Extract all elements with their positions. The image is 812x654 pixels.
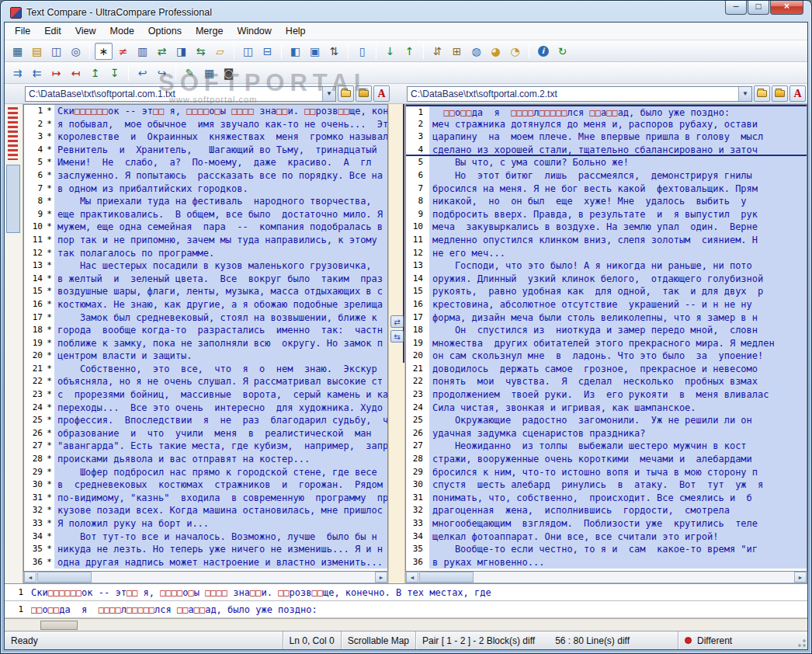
- right-pane-line[interactable]: 23продолжением твоей руки. Из его рукоят…: [406, 388, 807, 402]
- right-pane-line[interactable]: 5 Вы что, с ума сошли? Больно же!: [406, 156, 807, 169]
- right-pane-line[interactable]: 24Сила чистая, звонкая и игривая, как ша…: [406, 402, 807, 415]
- edit-mode-button[interactable]: ✎: [181, 64, 199, 82]
- resize-grip[interactable]: [794, 631, 807, 649]
- menu-window[interactable]: Window: [230, 23, 278, 39]
- right-pane-line[interactable]: 32драгоценная жена, исполнившись гордост…: [406, 504, 807, 517]
- right-pane-line[interactable]: 27 Неожиданно из толпы выбежали шестеро …: [406, 440, 807, 453]
- next-difference-button[interactable]: ↓: [381, 43, 399, 60]
- print-preview-button[interactable]: ◫: [47, 43, 65, 60]
- left-pane-line[interactable]: 16*костюмах. Не знаю, как другие, а я об…: [24, 298, 387, 311]
- left-pane-line[interactable]: 27*"авангарда". Есть такие места, где ку…: [24, 440, 387, 453]
- minimize-button[interactable]: –: [725, 1, 747, 15]
- menu-edit[interactable]: Edit: [37, 23, 68, 39]
- right-pane-line[interactable]: 17форма, дизайн меча были столь великоле…: [406, 311, 807, 325]
- left-hscroll-thumb[interactable]: [37, 572, 92, 583]
- current-line-panel-2[interactable]: 1□□о□□да я □□□□л□□□□□лся □□а□□ад, было у…: [5, 601, 807, 618]
- left-pane-line[interactable]: 5*Имени! Не слабо, а? По-моему, даже кра…: [24, 156, 387, 169]
- show-differences-button[interactable]: ◧: [286, 43, 304, 60]
- left-pane-body[interactable]: 1*Ски□□□□□□ок -- эт□□ я, □□□□о□ы □□□□ зн…: [23, 104, 388, 572]
- right-pane-line[interactable]: 35 Вообще-то если честно, то я и сам как…: [406, 543, 807, 556]
- left-pane-line[interactable]: 7*в одном из прибалтийских городков.: [24, 183, 387, 196]
- left-pane-line[interactable]: 21* Собственно, это все, что я о нем зна…: [24, 363, 387, 376]
- right-pane-body[interactable]: 1 □□о□□да я □□□□л□□□□□лся □□а□□ад, было …: [405, 104, 807, 572]
- left-pane-line[interactable]: 31*по-видимому, "казнь" входила в соврем…: [24, 492, 387, 505]
- right-pane-line[interactable]: 15рукоять, равно удобная как для одной, …: [406, 285, 807, 298]
- right-pane-line[interactable]: 1 □□о□□да я □□□□л□□□□□лся □□а□□ад, было …: [406, 105, 807, 118]
- right-pane-line[interactable]: 25 Окружающие радостно загомонили. Уж не…: [406, 414, 807, 427]
- left-pane-line[interactable]: 11*пор так и не припомню, зачем мы туда …: [24, 234, 387, 247]
- left-pane-line[interactable]: 28*происками дьявола и вас отправят на к…: [24, 453, 387, 466]
- menu-view[interactable]: View: [68, 23, 103, 39]
- menu-mode[interactable]: Mode: [103, 23, 141, 39]
- left-hscrollbar[interactable]: ◄ ►: [23, 572, 388, 583]
- left-pane-line[interactable]: 35*никуда не лезть. Но теперь уже ничего…: [24, 543, 387, 556]
- right-file-combobox[interactable]: C:\DataBase\txt\softportal.com.2.txt ▼: [407, 86, 752, 102]
- previous-difference-button[interactable]: ↑: [401, 43, 418, 60]
- right-pane-line[interactable]: 33многообещающим взглядом. Поблизости уж…: [406, 517, 807, 531]
- maximize-button[interactable]: □: [748, 1, 769, 15]
- right-pane-line[interactable]: 26удачная задумка сценаристов праздника?: [406, 427, 807, 440]
- left-hscroll-track[interactable]: [92, 572, 375, 583]
- previous-bookmark-button[interactable]: ↩: [134, 64, 151, 82]
- left-pane-line[interactable]: 33*Я положил руку на борт и...: [24, 517, 387, 531]
- right-pane-line[interactable]: 8никакой, но он был еще хуже! Мне удалос…: [406, 195, 807, 208]
- right-pane-line[interactable]: 20он сам скользнул мне в ладонь. Что это…: [406, 350, 807, 363]
- refresh-button[interactable]: ↻: [553, 43, 571, 60]
- menu-options[interactable]: Options: [141, 23, 189, 39]
- left-pane-line[interactable]: 1*Ски□□□□□□ок -- эт□□ я, □□□□о□ы □□□□ зн…: [24, 105, 387, 118]
- menu-merge[interactable]: Merge: [189, 23, 230, 39]
- left-pane-line[interactable]: 15*воздушные шары, флаги, ленты, музыка,…: [24, 285, 387, 298]
- right-hscrollbar[interactable]: ◄ ►: [405, 572, 807, 583]
- save-button[interactable]: ▦: [9, 43, 26, 60]
- merge-block-left-button[interactable]: ⇇: [28, 64, 46, 82]
- snapshot-button[interactable]: ◙: [220, 64, 238, 82]
- bottom-scroll-thumb[interactable]: [40, 621, 78, 630]
- scheduler-button[interactable]: ◔: [506, 43, 524, 60]
- left-pane-line[interactable]: 30*в средневековых костюмах стражников и…: [24, 478, 387, 492]
- right-pane-line[interactable]: 6 Но этот битюг лишь рассмеялся, демонст…: [406, 169, 807, 183]
- show-matched-button[interactable]: ▣: [306, 43, 324, 60]
- left-open-file-button[interactable]: [338, 85, 354, 102]
- left-pane-line[interactable]: 3*королевстве и Окраинных княжествах мен…: [24, 130, 387, 144]
- binary-compare-mode-button[interactable]: ≠: [114, 43, 132, 60]
- ftp-open-button[interactable]: ⇵: [429, 43, 446, 60]
- right-pane-line[interactable]: 3царапину на моем плече. Мне впервые при…: [406, 130, 807, 144]
- shift-block-down-button[interactable]: ↧: [106, 64, 123, 82]
- right-pane-line[interactable]: 11медленно опустился клинком вниз, слепя…: [406, 234, 807, 247]
- right-pane-line[interactable]: 16крестовина, абсолютное отсутствие укра…: [406, 298, 807, 311]
- left-save-file-button[interactable]: [356, 85, 372, 102]
- left-pane-line[interactable]: 6*заслуженно. Я попытаюсь рассказать все…: [24, 169, 387, 183]
- left-pane-line[interactable]: 26*образование и что учили меня в реалис…: [24, 427, 387, 440]
- right-pane-line[interactable]: 4сделано из хорошей стали, тщательно сба…: [406, 144, 807, 157]
- left-pane-line[interactable]: 8* Мы приехали туда на фестиваль народно…: [24, 195, 387, 208]
- scroll-right-icon[interactable]: ►: [375, 572, 387, 583]
- next-bookmark-button[interactable]: ↪: [153, 64, 171, 82]
- right-hscroll-track[interactable]: [474, 572, 794, 583]
- right-pane-line[interactable]: 2меч стражника дотянулся до меня и, расп…: [406, 118, 807, 131]
- print-button[interactable]: ▤: [28, 43, 46, 60]
- left-pane-line[interactable]: 13* Нас шестерых посадили в кузов малень…: [24, 259, 387, 273]
- left-pane-line[interactable]: 23*с прорезями бойниц, массивные ворота,…: [24, 388, 387, 402]
- left-pane-line[interactable]: 29* Шофер подбросил нас прямо к городско…: [24, 466, 387, 479]
- right-pane-line[interactable]: 19множества других обитателей этого прек…: [406, 337, 807, 350]
- text-compare-mode-button[interactable]: ∗: [95, 43, 113, 60]
- left-pane-line[interactable]: 10*мужем, еще одна семейная пара -- комп…: [24, 221, 387, 234]
- right-pane-line[interactable]: 12не его меч...: [406, 247, 807, 260]
- web-compare-button[interactable]: ⇆: [192, 43, 210, 60]
- sync-scrolling-button[interactable]: ⇅: [325, 43, 343, 60]
- map-viewport[interactable]: [6, 165, 20, 233]
- close-button[interactable]: ×: [770, 1, 803, 15]
- right-pane-line[interactable]: 7бросился на меня. Я не бог весть какой …: [406, 183, 807, 196]
- right-pane-line[interactable]: 21доводилось держать самое грозное, прек…: [406, 363, 807, 376]
- layout-vertical-button[interactable]: ⊟: [259, 43, 276, 60]
- left-pane-line[interactable]: 14*в желтый и зеленый цвета. Все вокруг …: [24, 273, 387, 286]
- right-open-file-button[interactable]: [754, 85, 770, 102]
- merge-current-left-button[interactable]: ↤: [67, 64, 85, 82]
- right-font-button[interactable]: A: [789, 85, 806, 102]
- open-folder-button[interactable]: ▱: [211, 43, 229, 60]
- right-pane-line[interactable]: 31понимать, что, собственно, происходит.…: [406, 492, 807, 505]
- left-pane-line[interactable]: 17* Замок был средневековый, стоял на во…: [24, 311, 387, 325]
- menu-file[interactable]: File: [8, 23, 37, 39]
- right-pane-line[interactable]: 34щелкал фотоаппарат. Они все, все счита…: [406, 531, 807, 544]
- left-pane-line[interactable]: 22*объясняла, но я не очень слушал. Я ра…: [24, 375, 387, 388]
